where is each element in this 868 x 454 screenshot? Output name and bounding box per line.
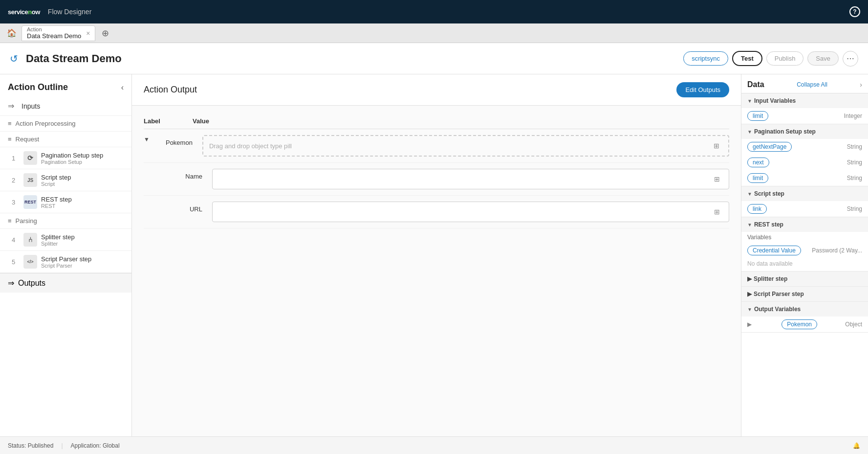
step-4-name: Splitter step [41,233,124,241]
next-pill[interactable]: next [747,158,769,167]
step-num-5: 5 [12,258,20,266]
step-4-type: Splitter [41,241,124,247]
more-options-button[interactable]: ⋯ [843,51,858,67]
data-panel-title: Data [747,80,764,89]
right-panel-header: Data Collapse All › [741,74,868,93]
add-tab-button[interactable]: ⊕ [98,26,112,40]
no-data-label: No data available [741,258,868,271]
script-step-icon: JS [23,173,37,187]
pagination-setup-header[interactable]: ▼ Pagination Setup step [741,124,868,139]
help-button[interactable]: ? [849,6,860,17]
script-step-header[interactable]: ▼ Script step [741,186,868,201]
parsing-icon: ≡ [8,217,12,225]
pokemon-toggle[interactable]: ▼ [144,135,150,143]
limit-type: Integer [844,113,862,119]
tab-data-stream-demo[interactable]: Action Data Stream Demo × [22,25,95,41]
url-input[interactable]: ⊞ [212,202,729,222]
sidebar-section-action-preprocessing[interactable]: ≡ Action Preprocessing [0,116,131,132]
notification-icon[interactable]: 🔔 [853,442,860,449]
credential-value-pill[interactable]: Credential Value [747,246,801,255]
script-parser-step-label: Script Parser step [754,291,804,297]
section-script-parser-step: ▶ Script Parser step [741,287,868,302]
scriptsync-button[interactable]: scriptsync [683,51,728,66]
tab-close-button[interactable]: × [86,29,90,37]
script-step-label: Script step [754,190,784,197]
sidebar-item-step-1[interactable]: 1 ⟳ Pagination Setup step Pagination Set… [0,147,131,169]
footer-right: 🔔 [853,442,860,449]
pill-icon-url[interactable]: ⊞ [711,206,723,218]
sidebar-header: Action Outline ‹ [0,74,131,96]
header-actions: scriptsync Test Publish Save ⋯ [683,51,858,67]
pokemon-expand-icon[interactable]: ▶ [747,321,752,328]
sidebar-item-step-4[interactable]: 4 ⑃ Splitter step Splitter [0,229,131,251]
splitter-step-chevron: ▶ [747,275,752,282]
pokemon-output-pill[interactable]: Pokemon [781,319,817,329]
footer-divider: | [61,442,63,449]
servicenow-logo: servicenow [8,8,40,16]
step-3-type: REST [41,203,124,209]
sidebar: Action Outline ‹ ⇒ Inputs ≡ Action Prepr… [0,74,132,436]
section-rest-step: ▼ REST step Variables Credential Value P… [741,217,868,272]
section-input-variables: ▼ Input Variables limit Integer [741,93,868,124]
pill-icon-name[interactable]: ⊞ [711,173,723,185]
edit-outputs-button[interactable]: Edit Outputs [676,82,729,97]
getNextPage-pill[interactable]: getNextPage [747,142,792,152]
save-button: Save [807,51,839,66]
sidebar-section-request[interactable]: ≡ Request [0,132,131,147]
top-nav: servicenow Flow Designer ? [0,0,868,23]
header-bar: ↺ Data Stream Demo scriptsync Test Publi… [0,43,868,74]
outputs-label: Outputs [18,279,45,288]
sidebar-item-step-2[interactable]: 2 JS Script step Script [0,169,131,191]
sidebar-item-step-3[interactable]: 3 REST REST step REST [0,191,131,213]
getNextPage-type: String [847,143,862,150]
script-step-chevron: ▼ [747,191,752,197]
step-num-4: 4 [12,236,20,244]
script-parser-step-chevron: ▶ [747,291,752,297]
output-variables-header[interactable]: ▼ Output Variables [741,302,868,317]
sidebar-section-parsing[interactable]: ≡ Parsing [0,213,131,229]
sidebar-item-inputs[interactable]: ⇒ Inputs [0,96,131,116]
back-button[interactable]: ↺ [10,53,18,65]
limit-pagination-type: String [847,175,862,182]
action-output-header: Action Output Edit Outputs [132,74,741,106]
name-input[interactable]: ⊞ [212,169,729,189]
script-parser-step-header[interactable]: ▶ Script Parser step [741,287,868,301]
rest-step-icon: REST [23,195,37,209]
logo: servicenow Flow Designer [8,8,91,16]
tab-category: Action [27,26,81,32]
pagination-setup-chevron: ▼ [747,129,752,135]
rest-step-label: REST step [754,221,783,228]
pill-icon-pokemon[interactable]: ⊞ [711,140,722,152]
test-button[interactable]: Test [732,51,762,66]
rest-step-header[interactable]: ▼ REST step [741,217,868,232]
input-variables-chevron: ▼ [747,98,752,104]
splitter-step-header[interactable]: ▶ Splitter step [741,272,868,286]
limit-pagination-pill[interactable]: limit [747,173,768,183]
url-value: ⊞ [212,202,729,222]
input-variables-header[interactable]: ▼ Input Variables [741,93,868,108]
product-name: Flow Designer [48,8,91,16]
data-item-limit-input: limit Integer [741,108,868,124]
outputs-icon: ⇒ [8,278,14,288]
action-preprocessing-icon: ≡ [8,120,12,127]
sidebar-title: Action Outline [8,82,68,92]
output-variables-chevron: ▼ [747,307,752,312]
data-item-limit-pagination: limit String [741,170,868,186]
limit-pill[interactable]: limit [747,111,768,121]
credential-value-type: Password (2 Way... [812,247,862,254]
link-pill[interactable]: link [747,204,767,214]
data-item-credential-value: Credential Value Password (2 Way... [741,243,868,258]
data-item-next: next String [741,155,868,170]
sidebar-item-step-5[interactable]: 5 </> Script Parser step Script Parser [0,251,131,273]
collapse-all-button[interactable]: Collapse All [797,81,827,88]
right-panel: Data Collapse All › ▼ Input Variables li… [741,74,868,436]
sidebar-item-outputs[interactable]: ⇒ Outputs [0,273,131,293]
right-panel-expand[interactable]: › [860,81,862,89]
splitter-step-icon: ⑃ [23,233,37,247]
step-5-name: Script Parser step [41,255,124,263]
collapse-sidebar-button[interactable]: ‹ [121,83,124,92]
request-icon: ≡ [8,136,12,143]
home-button[interactable]: 🏠 [4,25,20,41]
center-content: Action Output Edit Outputs Label Value ▼… [132,74,741,436]
pokemon-drag-drop[interactable]: Drag and drop object type pill ⊞ [202,135,729,157]
